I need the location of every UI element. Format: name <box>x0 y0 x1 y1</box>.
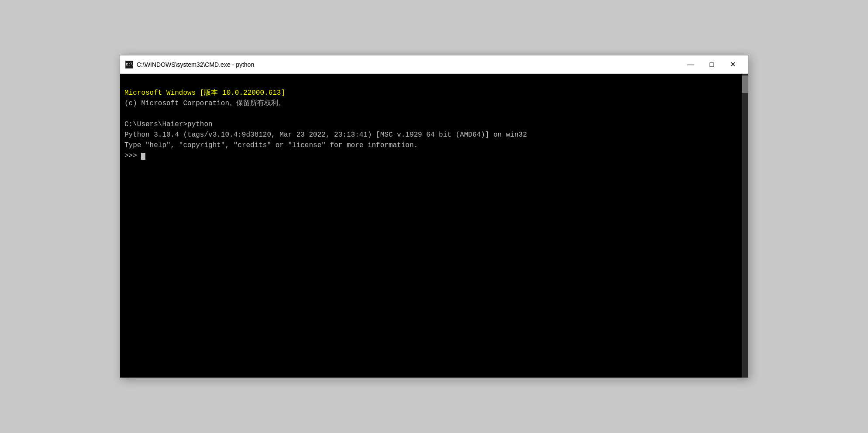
terminal-cursor <box>141 153 145 160</box>
scrollbar[interactable] <box>742 74 748 378</box>
terminal-line-7: >>> <box>124 152 141 160</box>
terminal-line-1: Microsoft Windows [版本 10.0.22000.613] <box>124 89 285 97</box>
terminal-output: Microsoft Windows [版本 10.0.22000.613] (c… <box>124 77 744 172</box>
scrollbar-thumb[interactable] <box>742 76 748 93</box>
terminal-line-6: Type "help", "copyright", "credits" or "… <box>124 141 418 149</box>
terminal-area[interactable]: Microsoft Windows [版本 10.0.22000.613] (c… <box>120 74 748 378</box>
window-controls: — □ ✕ <box>681 58 743 72</box>
title-bar: C:\ C:\WINDOWS\system32\CMD.exe - python… <box>120 55 748 74</box>
minimize-button[interactable]: — <box>681 58 701 72</box>
window-icon: C:\ <box>125 61 133 69</box>
terminal-line-4: C:\Users\Haier>python <box>124 120 213 128</box>
cmd-window: C:\ C:\WINDOWS\system32\CMD.exe - python… <box>120 55 748 378</box>
window-title: C:\WINDOWS\system32\CMD.exe - python <box>137 61 681 68</box>
close-button[interactable]: ✕ <box>723 58 743 72</box>
maximize-button[interactable]: □ <box>702 58 722 72</box>
terminal-line-5: Python 3.10.4 (tags/v3.10.4:9d38120, Mar… <box>124 131 527 139</box>
terminal-line-2: (c) Microsoft Corporation。保留所有权利。 <box>124 100 285 107</box>
